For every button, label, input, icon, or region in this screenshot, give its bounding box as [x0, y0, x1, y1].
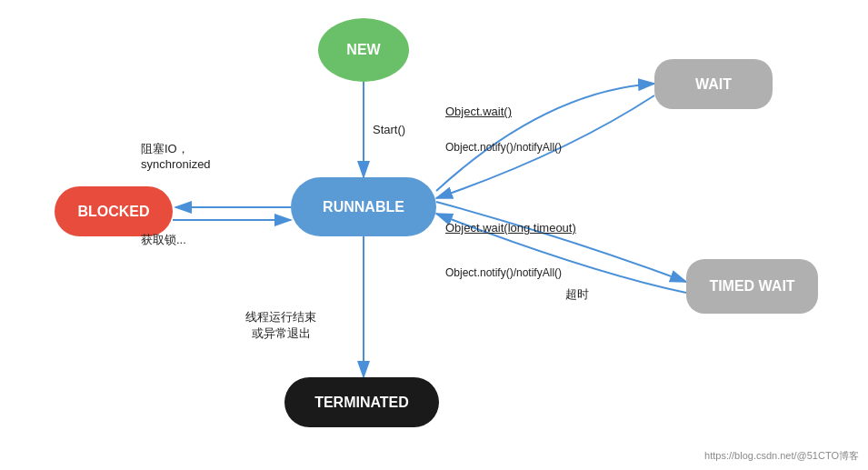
- timed-wait-label: TIMED WAIT: [709, 278, 794, 295]
- label-start: Start(): [373, 123, 405, 136]
- terminated-label: TERMINATED: [314, 395, 409, 411]
- label-object-wait: Object.wait(): [445, 105, 512, 118]
- label-object-notify: Object.notify()/notifyAll(): [445, 141, 562, 154]
- label-object-notify2: Object.notify()/notifyAll(): [445, 266, 562, 279]
- label-object-wait-timeout: Object.wait(long timeout): [445, 221, 576, 235]
- node-new: NEW: [318, 18, 409, 82]
- diagram: NEW RUNNABLE BLOCKED WAIT TIMED WAIT TER…: [0, 0, 868, 470]
- wait-label: WAIT: [695, 76, 732, 93]
- node-timed-wait: TIMED WAIT: [686, 259, 818, 314]
- blocked-label: BLOCKED: [77, 204, 149, 220]
- watermark: https://blog.csdn.net/@51CTO博客: [704, 449, 859, 463]
- label-blocked-to: 阻塞IO，synchronized: [141, 141, 211, 171]
- node-blocked: BLOCKED: [55, 186, 173, 236]
- label-timeout: 超时: [565, 286, 589, 303]
- node-terminated: TERMINATED: [284, 377, 439, 427]
- node-wait: WAIT: [654, 59, 773, 109]
- new-label: NEW: [346, 42, 380, 58]
- label-blocked-from: 获取锁...: [141, 232, 186, 248]
- runnable-label: RUNNABLE: [323, 199, 404, 215]
- node-runnable: RUNNABLE: [291, 177, 436, 236]
- label-thread-end: 线程运行结束或异常退出: [245, 309, 316, 342]
